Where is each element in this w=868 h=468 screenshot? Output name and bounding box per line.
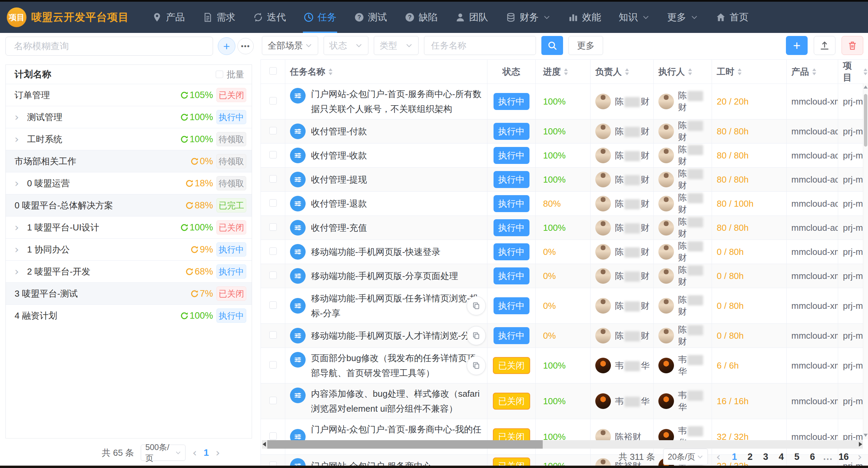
task-row[interactable]: 收付管理-退款 执行中 80% 陈财 陈财 80 / 100h mmcloud-… bbox=[261, 192, 868, 216]
chevron-right-icon[interactable]: › bbox=[15, 112, 19, 123]
chevron-right-icon[interactable]: › bbox=[15, 222, 19, 233]
delete-button[interactable] bbox=[842, 36, 863, 55]
task-row[interactable]: 收付管理-收款 执行中 100% 陈财 陈财 80 / 80h mmcloud-… bbox=[261, 144, 868, 168]
task-row[interactable]: 门户网站-众包门户-首页-服务商中心-所有数据只关联个人账号，不关联组织架构 执… bbox=[261, 84, 868, 119]
nav-item-knowledge[interactable]: 知识 bbox=[610, 2, 658, 33]
chevron-right-icon[interactable]: › bbox=[15, 178, 19, 189]
sort-icon[interactable] bbox=[563, 68, 568, 76]
nav-item-tasks[interactable]: 任务 bbox=[295, 2, 345, 33]
add-plan-button[interactable]: + bbox=[218, 37, 235, 55]
status-select[interactable]: 状态 bbox=[324, 36, 368, 55]
chevron-right-icon[interactable]: › bbox=[15, 244, 19, 255]
task-row[interactable]: 收付管理-付款 执行中 100% 陈财 陈财 80 / 80h mmcloud-… bbox=[261, 119, 868, 144]
plan-more-button[interactable]: ••• bbox=[237, 38, 254, 54]
task-row[interactable]: 移动端功能-手机网页版-人才详情浏览-分享 执行中 0% 陈财 陈财 0 / 8… bbox=[261, 324, 868, 348]
task-name-input[interactable] bbox=[424, 36, 536, 55]
nav-item-more[interactable]: 更多 bbox=[658, 2, 707, 33]
nav-item-performance[interactable]: 效能 bbox=[559, 2, 610, 33]
row-checkbox[interactable] bbox=[269, 272, 277, 279]
task-row[interactable]: 页面部分bug修改（我发布的任务详情页顶部导航、首页研发管理工具等） 已关闭 1… bbox=[261, 348, 868, 383]
page-number[interactable]: 3 bbox=[760, 452, 771, 462]
row-checkbox[interactable] bbox=[269, 127, 277, 134]
row-checkbox[interactable] bbox=[269, 199, 277, 207]
scroll-right-arrow[interactable] bbox=[859, 442, 862, 447]
nav-item-team[interactable]: 团队 bbox=[446, 2, 497, 33]
select-all-checkbox[interactable] bbox=[269, 67, 277, 75]
copy-button[interactable] bbox=[467, 326, 486, 345]
scroll-down-arrow[interactable] bbox=[864, 434, 868, 437]
search-button[interactable] bbox=[541, 36, 563, 55]
plan-page-size-select[interactable]: 500条/页 bbox=[141, 445, 186, 461]
row-checkbox[interactable] bbox=[269, 247, 277, 255]
copy-button[interactable] bbox=[467, 356, 486, 375]
nav-item-product[interactable]: 产品 bbox=[143, 2, 194, 33]
plan-row[interactable]: 4 融资计划100%执行中 bbox=[6, 304, 252, 326]
vertical-scrollbar-thumb[interactable] bbox=[864, 94, 867, 147]
row-checkbox[interactable] bbox=[269, 432, 277, 440]
page-number[interactable]: 5 bbox=[791, 452, 803, 462]
plan-row[interactable]: ›1 唛盟平台-UI设计100%已关闭 bbox=[6, 216, 252, 238]
copy-button[interactable] bbox=[467, 296, 486, 315]
page-number[interactable]: 16 bbox=[838, 452, 849, 462]
scroll-left-arrow[interactable] bbox=[263, 442, 266, 447]
row-checkbox[interactable] bbox=[269, 331, 277, 339]
row-checkbox[interactable] bbox=[269, 397, 277, 404]
page-number[interactable]: 4 bbox=[775, 452, 787, 462]
row-checkbox[interactable] bbox=[269, 175, 277, 183]
task-page-size-select[interactable]: 20条/页 bbox=[663, 449, 708, 465]
task-row[interactable]: 收付管理-提现 执行中 100% 陈财 陈财 80 / 80h mmcloud-… bbox=[261, 168, 868, 192]
horizontal-scrollbar-thumb[interactable] bbox=[267, 440, 543, 449]
task-prev-page-button[interactable]: ‹ bbox=[716, 450, 720, 463]
plan-row[interactable]: 订单管理105%已关闭 bbox=[6, 84, 252, 106]
sort-icon[interactable] bbox=[328, 68, 333, 76]
plan-row[interactable]: ›0 唛盟运营18%待领取 bbox=[6, 172, 252, 194]
nav-item-testing[interactable]: 测试 bbox=[345, 2, 396, 33]
row-checkbox[interactable] bbox=[269, 361, 277, 369]
task-row[interactable]: 收付管理-充值 执行中 100% 陈财 陈财 80 / 80h mmcloud-… bbox=[261, 216, 868, 240]
page-number[interactable]: 1 bbox=[729, 452, 740, 462]
nav-item-requirements[interactable]: 需求 bbox=[194, 2, 244, 33]
chevron-right-icon[interactable]: › bbox=[15, 266, 19, 277]
page-number[interactable]: 2 bbox=[744, 452, 756, 462]
plan-page-number[interactable]: 1 bbox=[204, 447, 209, 458]
plan-row[interactable]: ›工时系统100%待领取 bbox=[6, 128, 252, 150]
plan-row[interactable]: 0 唛盟平台-总体解决方案88%已完工 bbox=[6, 194, 252, 216]
export-button[interactable] bbox=[814, 36, 835, 55]
task-row[interactable]: 内容添加修改、bug处理、样式修改（safari浏览器对element ui部分… bbox=[261, 383, 868, 419]
sort-icon[interactable] bbox=[737, 68, 742, 76]
row-checkbox[interactable] bbox=[269, 97, 277, 105]
task-row[interactable]: 移动端功能-手机网页版-分享页面处理 执行中 0% 陈财 陈财 0 / 80h … bbox=[261, 264, 868, 288]
plan-row[interactable]: ›1 协同办公9%执行中 bbox=[6, 238, 252, 260]
row-checkbox[interactable] bbox=[269, 301, 277, 309]
batch-checkbox[interactable] bbox=[216, 71, 223, 78]
more-filters-button[interactable]: 更多 bbox=[568, 36, 603, 55]
type-select[interactable]: 类型 bbox=[374, 36, 419, 55]
vertical-scrollbar[interactable] bbox=[863, 83, 868, 439]
sort-icon[interactable] bbox=[688, 68, 693, 76]
sort-icon[interactable] bbox=[624, 68, 630, 76]
chevron-right-icon[interactable]: › bbox=[15, 134, 19, 145]
nav-item-iteration[interactable]: 迭代 bbox=[244, 2, 295, 33]
horizontal-scrollbar[interactable] bbox=[262, 440, 863, 449]
page-ellipsis[interactable]: ... bbox=[822, 452, 834, 462]
scene-select[interactable]: 全部场景 bbox=[262, 36, 318, 55]
plan-row[interactable]: ›测试管理100%执行中 bbox=[6, 106, 252, 128]
row-checkbox[interactable] bbox=[269, 223, 277, 231]
plan-row[interactable]: ›2 唛盟平台-开发68%执行中 bbox=[6, 260, 252, 282]
sort-icon[interactable] bbox=[812, 68, 817, 76]
nav-item-home[interactable]: 首页 bbox=[707, 2, 757, 33]
task-row[interactable]: 移动端功能-手机网页版-任务详情页浏览-投标-分享 执行中 0% 陈财 陈财 0… bbox=[261, 288, 868, 324]
plan-next-page-button[interactable]: › bbox=[216, 446, 220, 459]
add-task-button[interactable]: + bbox=[786, 36, 808, 55]
row-checkbox[interactable] bbox=[269, 151, 277, 158]
plan-search-input[interactable] bbox=[5, 37, 213, 56]
task-next-page-button[interactable]: › bbox=[857, 450, 862, 463]
nav-item-finance[interactable]: 财务 bbox=[497, 2, 559, 33]
nav-item-defects[interactable]: 缺陷 bbox=[396, 2, 446, 33]
plan-row[interactable]: 3 唛盟平台-测试7%已关闭 bbox=[6, 282, 252, 304]
plan-row[interactable]: 市场部相关工作0%待领取 bbox=[6, 150, 252, 172]
page-number[interactable]: 6 bbox=[807, 452, 818, 462]
scroll-up-arrow[interactable] bbox=[864, 86, 868, 89]
sort-icon[interactable] bbox=[863, 68, 868, 76]
task-row[interactable]: 移动端功能-手机网页版-快速登录 执行中 0% 陈财 陈财 0 / 80h mm… bbox=[261, 240, 868, 264]
